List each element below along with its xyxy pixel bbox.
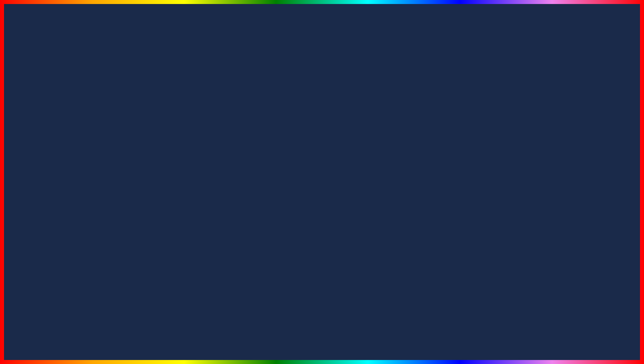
bottom-race-v4: RACE V4 bbox=[17, 327, 147, 357]
svg-point-13 bbox=[232, 74, 235, 78]
sidebar-back-weapons[interactable]: ✕ Weapons bbox=[36, 132, 49, 143]
window-back-sidebar: ⊞ Main ⚙ Settings ✕ Weapons 👤 Race V4 📊 … bbox=[32, 92, 52, 185]
svg-point-19 bbox=[332, 72, 335, 76]
window-front-sidebar: 🔒 ✕ Weapons 👤 Race V4 📊 Stats 👤 Player ◎… bbox=[73, 126, 93, 232]
svg-point-9 bbox=[165, 70, 169, 73]
svg-point-0 bbox=[15, 70, 18, 73]
dungeon-icon: ⊞ bbox=[80, 219, 85, 226]
bottom-script: SCRIPT bbox=[153, 338, 217, 355]
ui-window-front: BLCK HUB | BEST BLOX FRUIT SCRIPT | 🔒 ✕ … bbox=[72, 117, 212, 238]
window-back-titlebar: BLCK HUB | BEST BLOX FRUIT SCRIPT | bbox=[32, 84, 158, 92]
svg-point-24 bbox=[499, 74, 502, 78]
x-fruits-logo: X FRUITS bbox=[574, 316, 627, 359]
window-front-content: Race V4 Teleport To Timple Of Time Telep… bbox=[93, 126, 211, 198]
btn-teleport-temple[interactable]: Teleport To Timple Of Time bbox=[98, 146, 206, 157]
svg-point-21 bbox=[399, 72, 402, 76]
window-front-subtitle: BEST BLOX FRUIT SCRIPT | bbox=[102, 120, 151, 124]
chart-stats-icon: 📊 bbox=[39, 161, 45, 167]
window-front-name: BLCK HUB bbox=[76, 120, 95, 124]
svg-point-5 bbox=[98, 71, 102, 74]
feature-many-quest: MANY QUEST bbox=[522, 189, 624, 204]
lights-string bbox=[0, 67, 644, 80]
svg-point-28 bbox=[632, 72, 636, 75]
svg-point-15 bbox=[265, 68, 269, 72]
svg-point-7 bbox=[132, 72, 135, 75]
gear-icon: ⚙ bbox=[40, 118, 45, 124]
svg-point-18 bbox=[315, 70, 319, 74]
teleport-icon: ◎ bbox=[80, 205, 85, 211]
player-icon: 👤 bbox=[79, 191, 86, 197]
x-fruits-x-letter: X bbox=[593, 316, 609, 342]
svg-point-4 bbox=[82, 74, 85, 78]
window-back-content: Main bbox=[52, 92, 158, 116]
sidebar-back-main[interactable]: ⊞ Main bbox=[39, 104, 46, 114]
feature-auto-farm: AUTO FARM bbox=[522, 87, 624, 102]
person-player-icon: 👤 bbox=[39, 175, 45, 182]
btn-teleport-lever-pull[interactable]: Teleport To Lever Pull bbox=[98, 158, 206, 169]
svg-point-12 bbox=[215, 72, 219, 75]
title-blox: BLOX bbox=[153, 7, 295, 63]
sidebar-front-dungeon[interactable]: ⊞ Dungeon bbox=[76, 219, 89, 230]
svg-point-20 bbox=[365, 71, 369, 74]
btn-unlock-lever[interactable]: Unlock Lever. bbox=[98, 183, 206, 194]
person-racev4-icon: 👤 bbox=[39, 147, 46, 153]
sidebar-front-player[interactable]: 👤 Player bbox=[78, 191, 87, 201]
bottom-pastebin: PASTEBIN bbox=[224, 338, 310, 355]
svg-point-8 bbox=[148, 75, 152, 78]
feature-auto-raid: AUTO RAID bbox=[522, 116, 624, 131]
feature-fruit-mastery: FRUIT MASTERY bbox=[522, 102, 624, 116]
sidebar-front-racev4[interactable]: 👤 Race V4 bbox=[77, 162, 88, 172]
svg-point-1 bbox=[32, 72, 35, 76]
x-icon: ✕ bbox=[80, 148, 85, 154]
bottom-bar: RACE V4 SCRIPT PASTEBIN bbox=[17, 327, 627, 357]
window-back-name: BLCK HUB bbox=[36, 86, 55, 90]
racev4-icon: 👤 bbox=[79, 162, 86, 168]
cone-3 bbox=[457, 100, 494, 160]
x-weapons-icon: ✕ bbox=[40, 132, 44, 139]
feature-tp-mirage: TP MIRAGE bbox=[522, 160, 624, 174]
feature-list: AUTO FARM FRUIT MASTERY AUTO RAID HELP R… bbox=[522, 87, 624, 204]
svg-point-22 bbox=[432, 70, 435, 74]
svg-point-11 bbox=[199, 69, 202, 72]
window-front-tab-label: Race V4 bbox=[98, 133, 206, 143]
sidebar-back-stats[interactable]: 📊 Stats bbox=[39, 161, 46, 171]
lock-icon: 🔒 bbox=[79, 137, 86, 144]
svg-point-26 bbox=[566, 72, 569, 76]
x-fruits-text: FRUITS bbox=[574, 342, 627, 359]
svg-point-23 bbox=[465, 72, 469, 75]
home-icon: ⊞ bbox=[40, 104, 44, 110]
sidebar-back-settings[interactable]: ⚙ Settings bbox=[37, 118, 48, 128]
svg-point-2 bbox=[48, 69, 52, 72]
sidebar-back-racev4[interactable]: 👤 Race V4 bbox=[36, 147, 48, 157]
feature-help-race-v4: HELP RACE V4 bbox=[522, 131, 624, 145]
front-divider-top bbox=[95, 130, 208, 131]
sidebar-front-lock[interactable]: 🔒 bbox=[79, 137, 86, 144]
svg-point-17 bbox=[299, 75, 302, 78]
svg-point-27 bbox=[599, 69, 602, 72]
svg-point-14 bbox=[249, 71, 252, 74]
window-back-subtitle: BEST BLOX FRUIT SCRIPT | bbox=[61, 86, 111, 90]
main-title: BLOX FRUITS bbox=[0, 7, 644, 63]
svg-point-25 bbox=[532, 70, 536, 73]
title-fruits: FRUITS bbox=[308, 7, 491, 63]
feature-auto-quest: AUTO QUEST bbox=[522, 174, 624, 189]
feature-boss-farm: BOSS FARM bbox=[522, 145, 624, 160]
sidebar-front-stats[interactable]: 📊 Stats bbox=[79, 176, 86, 187]
sidebar-back-player[interactable]: 👤 Player bbox=[38, 175, 47, 186]
stats-icon: 📊 bbox=[79, 176, 86, 183]
sidebar-front-weapons[interactable]: ✕ Weapons bbox=[76, 148, 89, 158]
divider-bottom bbox=[55, 110, 155, 111]
svg-point-10 bbox=[182, 72, 185, 76]
btn-teleport-ancient-one[interactable]: Teleport To Acient One (Must Be in Templ… bbox=[98, 171, 206, 181]
divider-top bbox=[55, 97, 155, 98]
character bbox=[214, 224, 257, 331]
svg-point-3 bbox=[65, 72, 68, 75]
svg-point-16 bbox=[282, 72, 285, 75]
window-back-tab-label: Main bbox=[58, 100, 152, 108]
window-front-titlebar: BLCK HUB | BEST BLOX FRUIT SCRIPT | bbox=[73, 118, 211, 126]
sidebar-front-teleport[interactable]: ◎ Teleport bbox=[77, 205, 88, 215]
timer-display: 0:30:14 bbox=[217, 160, 263, 174]
svg-point-6 bbox=[115, 68, 118, 72]
